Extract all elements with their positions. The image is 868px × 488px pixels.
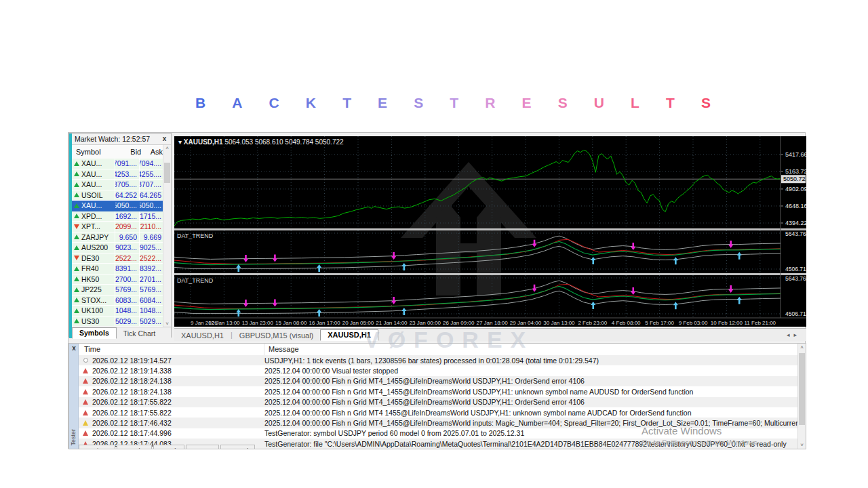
ask-cell: 9025...	[140, 243, 164, 253]
symbol-cell: XPT...	[72, 222, 115, 232]
price-axis-label: 5417.660	[785, 151, 806, 158]
symbol-cell: JP225	[72, 285, 115, 296]
time-axis-label: 13 Jan 23:00	[242, 320, 274, 326]
signal-up-arrow-icon	[591, 302, 595, 309]
scrollbar-thumb[interactable]	[799, 353, 805, 425]
market-watch-row[interactable]: DE302522...2522...	[72, 253, 164, 264]
indicator-axis-label: 4506.7127	[785, 310, 806, 317]
market-watch-row[interactable]: AUS2009023...9025...	[72, 243, 164, 253]
pane-splitter	[174, 273, 806, 275]
journal-row[interactable]: 2026.02.12 18:19:14.527USDJPY,H1: 1 tick…	[79, 355, 797, 365]
chart-canvas[interactable]: 5417.6605163.7254902.0954648.1604394.225…	[174, 136, 806, 327]
market-watch-row[interactable]: XPD...1692...1715...	[72, 211, 164, 222]
time-axis-label: 20 Jan 05:00	[342, 320, 374, 326]
scroll-down-icon[interactable]: ˅	[163, 321, 171, 327]
column-bid[interactable]: Bid	[118, 145, 142, 159]
time-axis-label: 16 Jan 17:00	[309, 320, 340, 326]
journal-row[interactable]: 2026.02.12 18:17:55.8222025.12.04 00:00:…	[79, 397, 797, 407]
column-message[interactable]: Message	[264, 344, 299, 355]
indicator-label: DAT_TREND	[177, 277, 214, 284]
time-axis-label: 4 Feb 08:00	[612, 320, 641, 326]
close-icon[interactable]: x	[160, 134, 169, 144]
title-letter: E	[378, 95, 387, 111]
journal-row[interactable]: 2026.02.12 18:17:44.996TestGenerator: sy…	[79, 428, 797, 439]
journal-row[interactable]: 2026.02.12 18:18:24.1382025.12.04 00:00:…	[79, 386, 797, 396]
error-icon	[79, 430, 92, 436]
scroll-up-icon[interactable]: ˄	[163, 145, 171, 151]
tester-tab-journal[interactable]: Journal	[220, 445, 255, 449]
market-watch-panel: Market Watch: 12:52:57 x Symbol Bid Ask …	[68, 133, 172, 338]
market-watch-row[interactable]: ZARJPY9.6509.669	[72, 232, 164, 243]
pane-splitter	[174, 228, 806, 230]
journal-row[interactable]: 2026.02.12 18:18:24.1382025.12.04 00:00:…	[79, 376, 797, 386]
journal-row[interactable]: 2026.02.12 18:17:55.8222025.12.04 00:00:…	[79, 407, 797, 418]
tester-tab-graph[interactable]: Graph	[153, 445, 184, 449]
tab-nav-arrows[interactable]: ◂▸	[787, 331, 806, 338]
chart-area[interactable]: ▾ XAUUSD,H1 5064.053 5068.610 5049.784 5…	[174, 136, 806, 327]
market-watch-row[interactable]: FR408391...8392...	[72, 264, 164, 274]
journal-time: 2026.02.12 18:18:24.138	[92, 377, 264, 385]
journal-message: 2025.12.04 00:00:00 Fish n Grid MT4_1455…	[264, 419, 797, 427]
market-watch-row[interactable]: JP2255769...5769...	[72, 285, 164, 296]
market-watch-tab-tick-chart[interactable]: Tick Chart	[117, 329, 162, 339]
market-watch-row[interactable]: XAU...5050....5050....	[72, 201, 164, 211]
journal-time: 2026.02.12 18:17:44.996	[92, 429, 264, 437]
market-watch-row[interactable]: XAU...4253....4255....	[72, 169, 164, 180]
bid-cell: 5050....	[115, 201, 140, 211]
column-time[interactable]: Time	[79, 344, 264, 355]
market-watch-tab-symbols[interactable]: Symbols	[72, 327, 117, 339]
journal-row[interactable]: 2026.02.12 18:17:46.4322025.12.04 00:00:…	[79, 418, 797, 428]
tester-bottom-tabs: SettingsResultsGraphReportJournal	[79, 445, 256, 449]
tester-strip-label[interactable]: Tester	[70, 429, 77, 446]
scrollbar-thumb[interactable]	[164, 163, 170, 183]
chevron-down-icon[interactable]: ▾	[178, 138, 182, 146]
symbol-cell: STOX...	[72, 296, 115, 306]
market-watch-rows: XAU...7091....7094....XAU...4253....4255…	[72, 159, 164, 327]
chart-tab-0[interactable]: XAUUSD,H1	[174, 331, 231, 341]
chart-tab-2[interactable]: XAUUSD,H1	[320, 329, 378, 341]
tester-tab-settings[interactable]: Settings	[79, 445, 115, 449]
tester-tab-report[interactable]: Report	[186, 445, 219, 449]
arrow-up-icon	[74, 319, 79, 323]
market-watch-row[interactable]: XPT...2099...2110...	[72, 222, 164, 232]
journal-scrollbar[interactable]: ˄ ˅	[797, 344, 806, 449]
market-watch-row[interactable]: STOX...6083...6084...	[72, 296, 164, 306]
title-letter: C	[269, 95, 279, 111]
scroll-up-icon[interactable]: ˄	[798, 344, 806, 350]
column-symbol[interactable]: Symbol	[72, 145, 118, 159]
title-letter: K	[306, 95, 316, 111]
bid-cell: 7091....	[115, 159, 140, 169]
price-axis-label: 4648.160	[785, 203, 806, 209]
time-axis-label: 12 Jan 13:00	[208, 320, 240, 326]
market-watch-scrollbar[interactable]: ˄ ˅	[163, 145, 171, 327]
journal-message: 2025.12.04 00:00:00 Fish n Grid MT4_1455…	[264, 377, 797, 385]
tester-tab-results[interactable]: Results	[117, 445, 152, 449]
journal-time: 2026.02.12 18:18:24.138	[92, 388, 264, 396]
bid-cell: 64.252	[115, 190, 140, 201]
symbol-cell: HK50	[72, 274, 115, 285]
close-icon[interactable]: x	[69, 344, 79, 352]
chart-tab-bar: XAUUSD,H1|GBPUSD,M15 (visual)XAUUSD,H1◂▸	[174, 328, 806, 341]
bid-cell: 2522...	[115, 253, 140, 264]
market-watch-row[interactable]: US305029...5029...	[72, 317, 164, 327]
bid-cell: 1692...	[115, 211, 140, 222]
market-watch-row[interactable]: UK1001048...1048...	[72, 306, 164, 317]
error-icon	[79, 399, 92, 405]
scroll-down-icon[interactable]: ˅	[798, 442, 806, 448]
market-watch-row[interactable]: XAU...7091....7094....	[72, 159, 164, 169]
market-watch-title: Market Watch: 12:52:57 x	[72, 134, 171, 145]
journal-message: TestGenerator: file "C:\Users\ADMIN\AppD…	[264, 440, 797, 448]
column-ask[interactable]: Ask	[141, 145, 163, 159]
market-watch-row[interactable]: XAU...3705....3707....	[72, 180, 164, 190]
symbol-cell: XAU...	[72, 201, 115, 211]
bid-cell: 4253....	[115, 169, 140, 180]
time-axis-label: 23 Jan 00:00	[410, 320, 441, 326]
symbol-cell: XAU...	[72, 169, 115, 180]
market-watch-row[interactable]: HK502700...2701...	[72, 274, 164, 285]
journal-row[interactable]: 2026.02.12 18:19:14.3382025.12.04 00:00:…	[79, 365, 797, 375]
journal-time: 2026.02.12 18:19:14.338	[92, 367, 264, 375]
bid-cell: 5029...	[115, 317, 140, 327]
chart-tab-1[interactable]: GBPUSD,M15 (visual)	[233, 331, 320, 341]
market-watch-row[interactable]: USOIL64.25264.265	[72, 190, 164, 201]
journal-message: USDJPY,H1: 1 tick events (1 bars, 123085…	[264, 357, 797, 365]
